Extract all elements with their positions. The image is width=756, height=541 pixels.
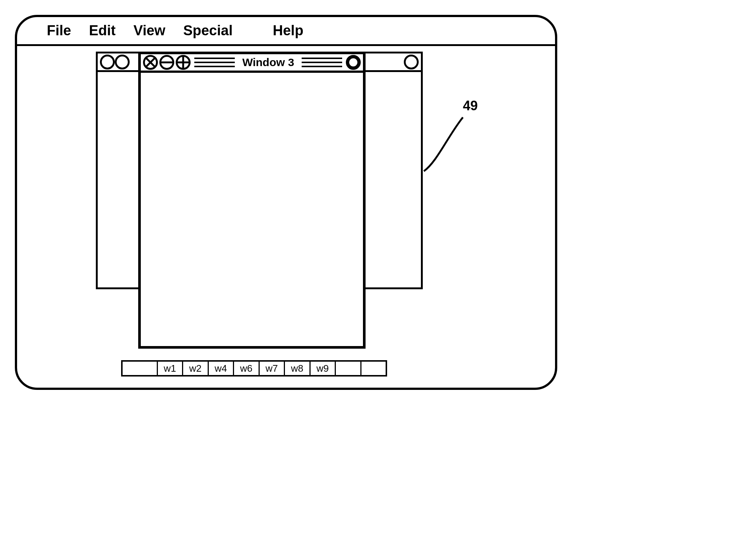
menu-view[interactable]: View [133, 23, 165, 39]
titlebar-grip-left[interactable] [192, 57, 237, 68]
taskbar-slot-w4[interactable]: w4 [209, 362, 234, 375]
zoom-icon[interactable] [346, 55, 361, 70]
annotation-label-49: 49 [463, 98, 478, 114]
taskbar-slot-w1[interactable]: w1 [158, 362, 183, 375]
titlebar-grip-right[interactable] [299, 57, 344, 68]
window-control-icon[interactable] [404, 55, 419, 69]
menubar: File Edit View Special Help [17, 17, 555, 46]
taskbar-slot-w2[interactable]: w2 [183, 362, 208, 375]
taskbar-slot-w6[interactable]: w6 [234, 362, 259, 375]
taskbar-slot[interactable] [336, 362, 361, 375]
taskbar-slot-w9[interactable]: w9 [311, 362, 336, 375]
taskbar-slot-w8[interactable]: w8 [285, 362, 310, 375]
minimize-icon[interactable] [159, 55, 174, 70]
close-icon[interactable] [143, 55, 158, 70]
maximize-icon[interactable] [176, 55, 191, 70]
window-title: Window 3 [239, 56, 298, 69]
background-window-right-titlebar[interactable] [362, 53, 421, 72]
taskbar-slot-w7[interactable]: w7 [260, 362, 285, 375]
taskbar: w1 w2 w4 w6 w7 w8 w9 [121, 360, 387, 377]
menu-help[interactable]: Help [273, 23, 303, 39]
menu-edit[interactable]: Edit [89, 23, 116, 39]
desktop-screen: File Edit View Special Help Window 3 [15, 15, 557, 390]
taskbar-slot[interactable] [123, 362, 158, 375]
annotation-leader-line [422, 114, 467, 173]
front-window[interactable]: Window 3 [138, 52, 366, 349]
taskbar-slot[interactable] [361, 362, 386, 375]
background-window-right[interactable] [360, 52, 423, 289]
window-control-icon[interactable] [115, 55, 130, 69]
front-window-titlebar[interactable]: Window 3 [141, 54, 363, 73]
menu-file[interactable]: File [47, 23, 71, 39]
menu-special[interactable]: Special [183, 23, 233, 39]
window-control-icon[interactable] [100, 55, 115, 69]
